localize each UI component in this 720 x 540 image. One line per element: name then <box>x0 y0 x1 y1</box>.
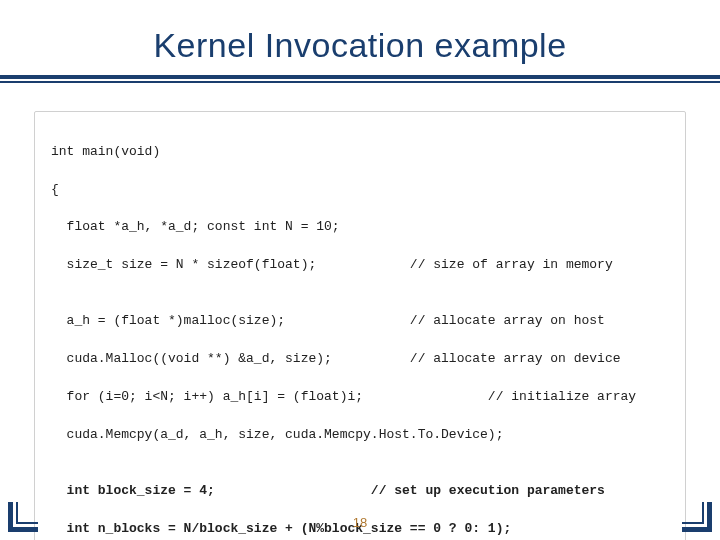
code-line: a_h = (float *)malloc(size); // allocate… <box>51 312 669 331</box>
code-block: int main(void) { float *a_h, *a_d; const… <box>34 111 686 540</box>
code-line: { <box>51 181 669 200</box>
corner-bottom-right-inner <box>682 502 704 524</box>
slide: Kernel Invocation example int main(void)… <box>0 0 720 540</box>
code-line-bold: int block_size = 4; // set up execution … <box>51 482 669 501</box>
code-line: cuda.Malloc((void **) &a_d, size); // al… <box>51 350 669 369</box>
code-line: size_t size = N * sizeof(float); // size… <box>51 256 669 275</box>
page-number: 18 <box>0 515 720 530</box>
code-line: for (i=0; i<N; i++) a_h[i] = (float)i; /… <box>51 388 669 407</box>
title-divider <box>0 75 720 101</box>
code-line: float *a_h, *a_d; const int N = 10; <box>51 218 669 237</box>
corner-bottom-left-inner <box>16 502 38 524</box>
divider-thick <box>0 75 720 79</box>
code-line: cuda.Memcpy(a_d, a_h, size, cuda.Memcpy.… <box>51 426 669 445</box>
slide-title: Kernel Invocation example <box>0 0 720 75</box>
code-line: int main(void) <box>51 143 669 162</box>
divider-thin <box>0 81 720 83</box>
